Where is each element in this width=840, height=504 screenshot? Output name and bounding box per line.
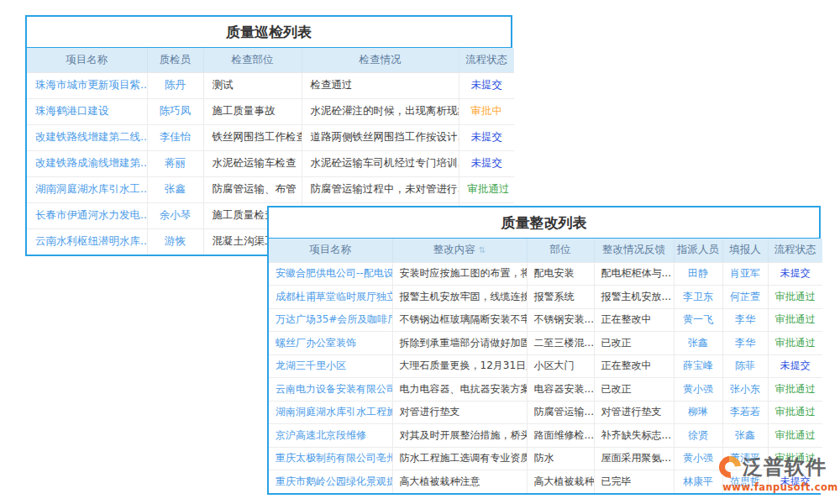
sort-icon[interactable]: ⇅ (479, 245, 486, 255)
status-badge: 审批中 (471, 104, 503, 117)
reporter-link[interactable]: 肖亚军 (730, 267, 760, 279)
status-badge: 审批通过 (775, 313, 816, 325)
status-badge: 审批通过 (775, 337, 816, 349)
project-link[interactable]: 重庆市鹅岭公园绿化景观提升... (276, 475, 392, 487)
part-cell: 防腐管运输... (534, 406, 594, 417)
content-cell: 高大植被栽种注意 (400, 475, 480, 487)
reporter-link[interactable]: 李华 (735, 337, 755, 349)
column-header-reporter: 填报人 (722, 239, 768, 262)
project-link[interactable]: 螺丝厂办公室装饰 (276, 337, 356, 349)
content-cell: 电力电容器、电抗器安装方案,... (400, 383, 528, 395)
table-row: 珠海市城市更新项目紫...陈丹测试检查通过未提交 (27, 72, 514, 98)
reporter-link[interactable]: 陈菲 (735, 360, 755, 371)
feedback-cell: 正在整改中 (601, 313, 652, 325)
table-row: 改建铁路成渝线增建第...蒋丽水泥砼运输车检查水泥砼运输车司机经过专门培训...… (27, 150, 514, 176)
assignee-link[interactable]: 薛宝峰 (683, 360, 713, 371)
inspector-link[interactable]: 张鑫 (165, 182, 186, 195)
project-link[interactable]: 改建铁路成渝线增建第... (35, 156, 147, 169)
content-cell: 对管进行垫支 (400, 406, 460, 417)
column-header-assignee: 指派人员 (674, 239, 722, 262)
rectification-table-title: 质量整改列表 (269, 207, 819, 239)
column-header-status: 流程状态 (459, 48, 514, 72)
fanpu-watermark: 泛普软件 www.fanpusoft.com (719, 454, 840, 493)
table-row: 珠海鹤港口建设陈巧凤施工质量事故水泥砼灌注的时候，出现离析现象审批中 (27, 98, 514, 124)
feedback-cell: 屋面采用聚氨... (601, 452, 671, 464)
project-link[interactable]: 珠海市城市更新项目紫... (35, 78, 147, 91)
column-header-project: 项目名称 (27, 48, 147, 72)
project-link[interactable]: 重庆太极制药有限公司亳州中... (276, 452, 392, 464)
content-cell: 报警主机安放牢固，线缆连接... (400, 291, 528, 302)
status-badge: 未提交 (471, 78, 503, 91)
column-header-situation: 检查情况 (302, 48, 459, 72)
project-link[interactable]: 长春市伊通河水力发电... (35, 208, 147, 221)
inspection-header-row: 项目名称质检员检查部位检查情况流程状态 (27, 48, 514, 72)
project-link[interactable]: 安徽合肥供电公司--配电设备... (276, 267, 392, 279)
content-cell: 拆除到承重墙部分请做好加固... (400, 337, 528, 349)
project-link[interactable]: 京沪高速北京段维修 (276, 429, 366, 441)
project-link[interactable]: 改建铁路线增建第二线... (35, 130, 147, 143)
status-badge: 审批通过 (775, 429, 816, 441)
assignee-link[interactable]: 徐贤 (688, 429, 708, 441)
part-cell: 施工质量事故 (213, 104, 276, 117)
part-cell: 路面维修检... (534, 429, 594, 441)
project-link[interactable]: 云南电力设备安装有限公司20... (276, 383, 392, 395)
status-badge: 未提交 (780, 360, 811, 371)
status-badge: 审批通过 (775, 291, 816, 302)
part-cell: 防水 (534, 452, 554, 464)
part-cell: 报警系统 (534, 291, 575, 302)
reporter-link[interactable]: 张小东 (730, 383, 760, 395)
project-link[interactable]: 珠海鹤港口建设 (35, 104, 109, 117)
inspector-link[interactable]: 陈丹 (165, 78, 186, 91)
fanpu-url-text: www.fanpusoft.com (719, 481, 840, 493)
reporter-link[interactable]: 李若若 (730, 406, 760, 417)
inspector-link[interactable]: 余小琴 (160, 208, 192, 221)
project-link[interactable]: 龙湖三千里小区 (276, 360, 346, 371)
part-cell: 高大植被栽种 (534, 475, 595, 487)
project-link[interactable]: 万达广场35#会所及咖啡厅空... (276, 313, 392, 325)
table-row: 云南电力设备安装有限公司20...电力电容器、电抗器安装方案,...电容器安装.… (269, 378, 822, 402)
assignee-link[interactable]: 柳琳 (688, 406, 708, 417)
status-badge: 未提交 (471, 156, 503, 169)
assignee-link[interactable]: 田静 (688, 267, 708, 279)
assignee-link[interactable]: 黄一飞 (683, 313, 713, 325)
reporter-link[interactable]: 李华 (735, 313, 755, 325)
assignee-link[interactable]: 李卫东 (683, 291, 713, 302)
part-cell: 不锈钢安装... (534, 313, 594, 325)
inspector-link[interactable]: 游恢 (165, 234, 186, 247)
project-link[interactable]: 成都杜甫草堂临时展厅独立展... (276, 291, 392, 302)
column-header-project: 项目名称 (269, 239, 392, 262)
project-link[interactable]: 湖南洞庭湖水库引水工程施工1标 (276, 406, 392, 417)
quality-rectification-table-card: 质量整改列表 项目名称整改内容⇅部位整改情况反馈指派人员填报人流程状态 安徽合肥… (267, 206, 821, 495)
status-badge: 审批通过 (775, 406, 816, 417)
table-row: 万达广场35#会所及咖啡厅空...不锈钢边框玻璃隔断安装不牢...不锈钢安装..… (269, 308, 822, 332)
inspector-link[interactable]: 李佳怡 (160, 130, 192, 143)
part-cell: 铁丝网围挡工作检查 (213, 130, 302, 143)
assignee-link[interactable]: 黄小强 (683, 452, 713, 464)
situation-cell: 水泥砼运输车司机经过专门培训... (311, 156, 459, 169)
table-row: 湖南洞庭湖水库引水工...张鑫防腐管运输、布管防腐管运输过程中，未对管进行...… (27, 176, 514, 202)
rectification-header-row: 项目名称整改内容⇅部位整改情况反馈指派人员填报人流程状态 (269, 239, 822, 262)
content-cell: 安装时应按施工图的布置，将... (400, 267, 528, 279)
assignee-link[interactable]: 黄小强 (683, 383, 713, 395)
column-header-content[interactable]: 整改内容⇅ (392, 239, 527, 262)
assignee-link[interactable]: 林康平 (683, 475, 713, 487)
part-cell: 电容器安装... (534, 383, 594, 395)
column-header-status: 流程状态 (768, 239, 822, 262)
part-cell: 配电安装 (534, 267, 575, 279)
assignee-link[interactable]: 张鑫 (688, 337, 708, 349)
feedback-cell: 已完毕 (601, 475, 632, 487)
part-cell: 二至三楼混... (534, 337, 594, 349)
project-link[interactable]: 云南水利枢纽潜明水库... (35, 234, 147, 247)
inspector-link[interactable]: 陈巧凤 (160, 104, 192, 117)
content-cell: 防水工程施工选调有专业资质... (400, 452, 528, 464)
fanpu-brand-text: 泛普软件 (743, 454, 827, 480)
table-row: 改建铁路线增建第二线...李佳怡铁丝网围挡工作检查道路两侧铁丝网围挡工作按设计.… (27, 124, 514, 150)
inspector-link[interactable]: 蒋丽 (165, 156, 186, 169)
table-row: 湖南洞庭湖水库引水工程施工1标对管进行垫支防腐管运输...对管进行垫支柳琳李若若… (269, 401, 822, 424)
feedback-cell: 补齐缺失标志... (601, 429, 671, 441)
reporter-link[interactable]: 张鑫 (735, 429, 755, 441)
reporter-link[interactable]: 何芷萱 (730, 291, 760, 302)
content-cell: 不锈钢边框玻璃隔断安装不牢... (400, 313, 528, 325)
feedback-cell: 报警主机安放... (601, 291, 671, 302)
project-link[interactable]: 湖南洞庭湖水库引水工... (35, 182, 147, 195)
